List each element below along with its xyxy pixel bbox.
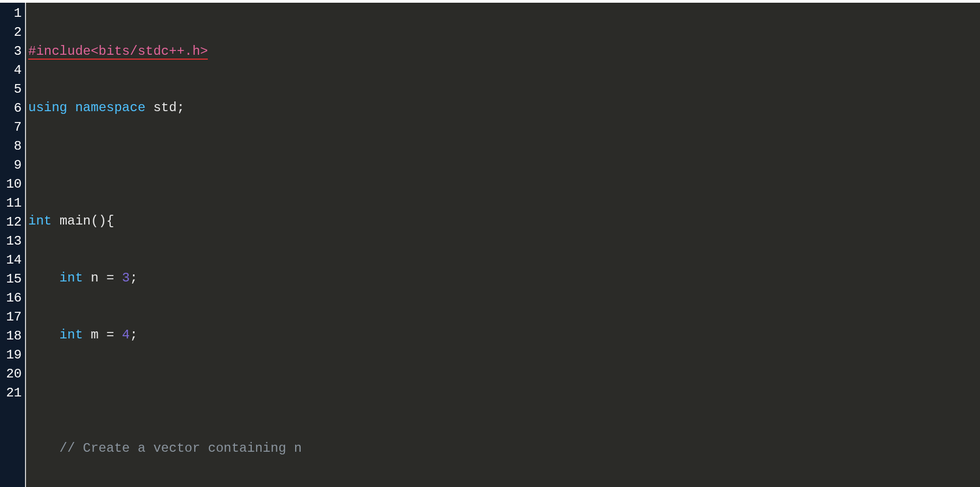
code-line[interactable]: [28, 382, 980, 401]
line-number: 7: [2, 118, 22, 137]
code-line[interactable]: #include<bits/stdc++.h>: [28, 42, 980, 61]
punct-token: (){: [91, 214, 114, 228]
number-token: 4: [122, 328, 130, 342]
identifier-token: std;: [145, 100, 184, 115]
preprocessor-token: #include<bits/stdc++.h>: [28, 44, 208, 60]
code-editor[interactable]: 1 2 3 4 5 6 7 8 9 10 11 12 13 14 15 16 1…: [0, 3, 980, 487]
number-token: 3: [122, 271, 130, 285]
line-number: 19: [2, 345, 22, 364]
line-number: 10: [2, 175, 22, 194]
line-number: 20: [2, 364, 22, 383]
code-area[interactable]: #include<bits/stdc++.h> using namespace …: [26, 3, 980, 487]
type-token: int: [60, 271, 83, 285]
code-line[interactable]: int main(){: [28, 212, 980, 230]
line-number: 16: [2, 289, 22, 307]
line-number: 4: [2, 61, 22, 80]
identifier-token: n =: [83, 271, 122, 285]
line-number: 18: [2, 326, 22, 345]
function-token: main: [60, 214, 91, 228]
line-number: 12: [2, 213, 22, 232]
code-line[interactable]: // Create a vector containing n: [28, 439, 980, 458]
line-number: 2: [2, 23, 22, 42]
line-number: 6: [2, 99, 22, 118]
code-line[interactable]: int m = 4;: [28, 325, 980, 344]
line-number: 15: [2, 270, 22, 289]
line-number: 9: [2, 156, 22, 175]
line-number: 17: [2, 307, 22, 326]
code-line[interactable]: using namespace std;: [28, 98, 980, 117]
line-number: 14: [2, 251, 22, 270]
type-token: int: [60, 328, 83, 342]
code-line[interactable]: [28, 155, 980, 174]
line-number: 21: [2, 383, 22, 402]
line-number-gutter: 1 2 3 4 5 6 7 8 9 10 11 12 13 14 15 16 1…: [0, 3, 26, 487]
line-number: 3: [2, 42, 22, 61]
punct-token: ;: [130, 328, 137, 342]
keyword-token: using: [28, 100, 67, 115]
line-number: 5: [2, 80, 22, 99]
type-token: int: [28, 214, 52, 228]
line-number: 8: [2, 137, 22, 156]
line-number: 1: [2, 4, 22, 23]
comment-token: // Create a vector containing n: [60, 441, 302, 456]
line-number: 11: [2, 194, 22, 213]
code-line[interactable]: int n = 3;: [28, 268, 980, 287]
keyword-token: namespace: [75, 100, 145, 115]
line-number: 13: [2, 232, 22, 251]
identifier-token: m =: [83, 328, 122, 342]
punct-token: ;: [130, 271, 137, 285]
